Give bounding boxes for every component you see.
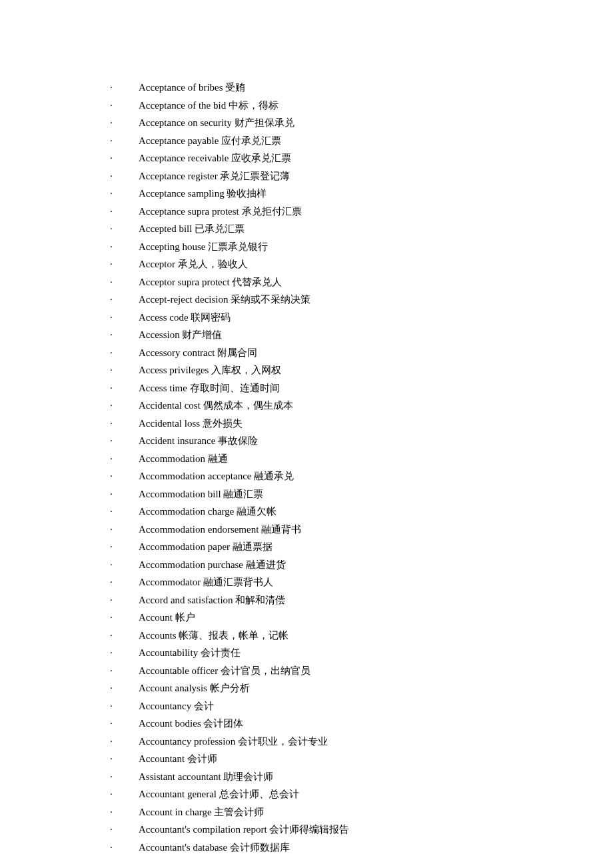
- bullet-icon: ·: [110, 98, 139, 113]
- glossary-term: Acceptance register 承兑汇票登记薄: [139, 169, 290, 184]
- list-item: ·Access code 联网密码: [110, 310, 533, 325]
- glossary-term: Accommodation acceptance 融通承兑: [139, 469, 294, 484]
- glossary-term: Accession 财产增值: [139, 327, 222, 343]
- bullet-icon: ·: [110, 133, 139, 149]
- bullet-icon: ·: [110, 539, 139, 555]
- glossary-term: Accountancy 会计: [139, 699, 214, 714]
- bullet-icon: ·: [110, 469, 139, 484]
- glossary-term: Accidental loss 意外损失: [139, 416, 243, 431]
- glossary-term: Accommodation paper 融通票据: [139, 539, 273, 555]
- bullet-icon: ·: [110, 433, 139, 449]
- glossary-term: Account in charge 主管会计师: [139, 805, 264, 820]
- list-item: ·Access privileges 入库权，入网权: [110, 363, 533, 378]
- glossary-term: Accommodation endorsement 融通背书: [139, 522, 301, 537]
- glossary-term: Assistant accountant 助理会计师: [139, 769, 273, 785]
- bullet-icon: ·: [110, 663, 139, 679]
- bullet-icon: ·: [110, 522, 139, 537]
- glossary-term: Accountant general 总会计师、总会计: [139, 787, 299, 802]
- bullet-icon: ·: [110, 451, 139, 467]
- list-item: ·Accord and satisfaction 和解和清偿: [110, 593, 533, 608]
- glossary-term: Accounts 帐薄、报表，帐单，记帐: [139, 628, 289, 643]
- bullet-icon: ·: [110, 115, 139, 131]
- bullet-icon: ·: [110, 645, 139, 661]
- glossary-term: Account analysis 帐户分析: [139, 681, 250, 696]
- list-item: ·Accommodation purchase 融通进货: [110, 557, 533, 573]
- document-page: ·Acceptance of bribes 受贿·Acceptance of t…: [0, 0, 613, 868]
- glossary-term: Accepted bill 已承兑汇票: [139, 221, 245, 237]
- bullet-icon: ·: [110, 363, 139, 378]
- glossary-term: Acceptance supra protest 承兑拒付汇票: [139, 204, 302, 219]
- glossary-term: Access privileges 入库权，入网权: [139, 363, 281, 378]
- glossary-term: Accepting house 汇票承兑银行: [139, 239, 268, 255]
- glossary-term: Accommodator 融通汇票背书人: [139, 575, 273, 590]
- glossary-term: Acceptance receivable 应收承兑汇票: [139, 151, 291, 166]
- list-item: ·Account analysis 帐户分析: [110, 681, 533, 696]
- glossary-list: ·Acceptance of bribes 受贿·Acceptance of t…: [110, 80, 533, 855]
- glossary-term: Accept-reject decision 采纳或不采纳决策: [139, 292, 310, 307]
- list-item: ·Accountant's compilation report 会计师得编辑报…: [110, 822, 533, 837]
- glossary-term: Accidental cost 偶然成本，偶生成本: [139, 398, 293, 413]
- list-item: ·Account 帐户: [110, 610, 533, 625]
- glossary-term: Accommodation bill 融通汇票: [139, 487, 263, 502]
- bullet-icon: ·: [110, 593, 139, 608]
- bullet-icon: ·: [110, 575, 139, 590]
- list-item: ·Acceptance sampling 验收抽样: [110, 186, 533, 201]
- list-item: ·Accommodation 融通: [110, 451, 533, 467]
- list-item: ·Acceptance receivable 应收承兑汇票: [110, 151, 533, 166]
- list-item: ·Accountancy 会计: [110, 699, 533, 714]
- bullet-icon: ·: [110, 381, 139, 396]
- list-item: ·Accountant 会计师: [110, 751, 533, 767]
- list-item: ·Accepted bill 已承兑汇票: [110, 221, 533, 237]
- bullet-icon: ·: [110, 734, 139, 749]
- list-item: ·Accommodation charge 融通欠帐: [110, 504, 533, 519]
- list-item: ·Accountancy profession 会计职业，会计专业: [110, 734, 533, 749]
- bullet-icon: ·: [110, 769, 139, 785]
- glossary-term: Acceptance on security 财产担保承兑: [139, 115, 295, 131]
- list-item: ·Acceptance supra protest 承兑拒付汇票: [110, 204, 533, 219]
- list-item: ·Account in charge 主管会计师: [110, 805, 533, 820]
- list-item: ·Accidental cost 偶然成本，偶生成本: [110, 398, 533, 413]
- glossary-term: Access time 存取时间、连通时间: [139, 381, 280, 396]
- list-item: ·Acceptance on security 财产担保承兑: [110, 115, 533, 131]
- bullet-icon: ·: [110, 557, 139, 573]
- bullet-icon: ·: [110, 169, 139, 184]
- list-item: ·Accommodator 融通汇票背书人: [110, 575, 533, 590]
- bullet-icon: ·: [110, 345, 139, 361]
- bullet-icon: ·: [110, 681, 139, 696]
- glossary-term: Accountant 会计师: [139, 751, 217, 767]
- bullet-icon: ·: [110, 628, 139, 643]
- glossary-term: Accident insurance 事故保险: [139, 433, 258, 449]
- bullet-icon: ·: [110, 275, 139, 290]
- bullet-icon: ·: [110, 840, 139, 855]
- list-item: ·Accidental loss 意外损失: [110, 416, 533, 431]
- list-item: ·Acceptance of the bid 中标，得标: [110, 98, 533, 113]
- bullet-icon: ·: [110, 487, 139, 502]
- bullet-icon: ·: [110, 151, 139, 166]
- list-item: ·Accommodation bill 融通汇票: [110, 487, 533, 502]
- bullet-icon: ·: [110, 716, 139, 731]
- glossary-term: Account 帐户: [139, 610, 195, 625]
- bullet-icon: ·: [110, 239, 139, 255]
- glossary-term: Acceptance sampling 验收抽样: [139, 186, 267, 201]
- glossary-term: Accessory contract 附属合同: [139, 345, 257, 361]
- glossary-term: Accommodation charge 融通欠帐: [139, 504, 277, 519]
- list-item: ·Accountant general 总会计师、总会计: [110, 787, 533, 802]
- list-item: ·Access time 存取时间、连通时间: [110, 381, 533, 396]
- bullet-icon: ·: [110, 822, 139, 837]
- list-item: ·Acceptance payable 应付承兑汇票: [110, 133, 533, 149]
- bullet-icon: ·: [110, 292, 139, 307]
- bullet-icon: ·: [110, 257, 139, 272]
- list-item: ·Accountability 会计责任: [110, 645, 533, 661]
- bullet-icon: ·: [110, 80, 139, 95]
- bullet-icon: ·: [110, 204, 139, 219]
- glossary-term: Accommodation 融通: [139, 451, 228, 467]
- glossary-term: Acceptor supra protect 代替承兑人: [139, 275, 282, 290]
- bullet-icon: ·: [110, 751, 139, 767]
- list-item: ·Accessory contract 附属合同: [110, 345, 533, 361]
- glossary-term: Accommodation purchase 融通进货: [139, 557, 286, 573]
- bullet-icon: ·: [110, 805, 139, 820]
- glossary-term: Acceptance payable 应付承兑汇票: [139, 133, 281, 149]
- glossary-term: Accountability 会计责任: [139, 645, 241, 661]
- list-item: ·Assistant accountant 助理会计师: [110, 769, 533, 785]
- glossary-term: Accord and satisfaction 和解和清偿: [139, 593, 285, 608]
